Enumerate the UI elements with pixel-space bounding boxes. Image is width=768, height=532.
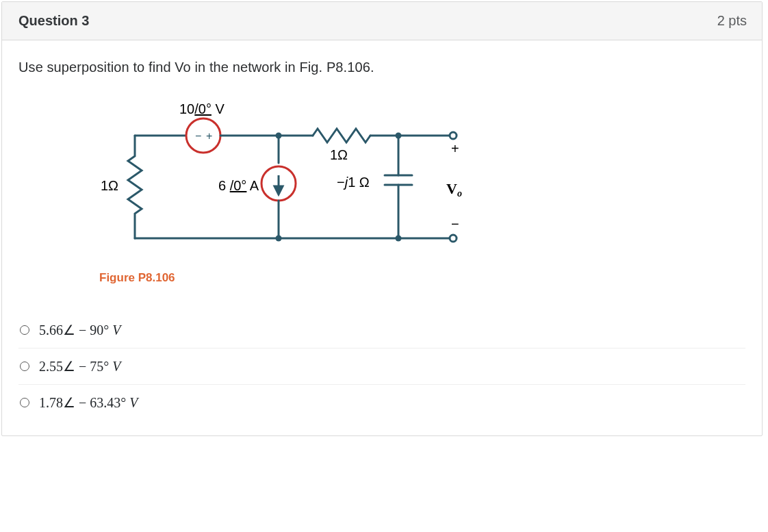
radio-icon[interactable] — [20, 398, 29, 407]
plus-terminal: + — [451, 141, 459, 156]
figure-caption: Figure P8.106 — [99, 271, 745, 285]
question-title: Question 3 — [18, 13, 89, 29]
circuit-figure: − + 10/0° V 6 /0° A 1Ω 1Ω −j1 Ω + − — [94, 88, 745, 285]
radio-icon[interactable] — [20, 362, 29, 371]
svg-point-9 — [450, 235, 457, 242]
answer-options: 5.66∠ − 90° V 2.55∠ − 75° V 1.78∠ − 63.4… — [18, 312, 745, 420]
radio-icon[interactable] — [20, 325, 29, 335]
vsrc-plus: + — [206, 130, 212, 142]
svg-point-7 — [276, 236, 282, 242]
question-prompt: Use superposition to find Vo in the netw… — [18, 60, 745, 75]
option-2[interactable]: 2.55∠ − 75° V — [18, 348, 745, 384]
question-body: Use superposition to find Vo in the netw… — [2, 40, 762, 435]
question-container: Question 3 2 pts Use superposition to fi… — [1, 1, 763, 436]
vsrc-minus: − — [195, 130, 201, 142]
question-points: 2 pts — [717, 13, 747, 29]
minus-terminal: − — [451, 216, 459, 231]
r-top-label: 1Ω — [330, 147, 348, 162]
option-3[interactable]: 1.78∠ − 63.43° V — [18, 384, 745, 420]
option-1[interactable]: 5.66∠ − 90° V — [18, 312, 745, 348]
circuit-svg: − + 10/0° V 6 /0° A 1Ω 1Ω −j1 Ω + − — [94, 88, 477, 266]
option-1-text: 5.66∠ − 90° V — [39, 322, 121, 338]
option-3-text: 1.78∠ − 63.43° V — [39, 394, 138, 411]
question-header: Question 3 2 pts — [2, 2, 762, 40]
svg-point-3 — [450, 132, 457, 139]
r-left-label: 1Ω — [101, 178, 118, 193]
svg-point-0 — [186, 118, 220, 153]
vo-label: Vo — [446, 180, 462, 199]
option-2-text: 2.55∠ − 75° V — [39, 358, 121, 375]
isrc-label: 6 /0° A — [218, 178, 259, 193]
vsrc-label: 10/0° V — [179, 101, 225, 116]
cap-label: −j1 Ω — [337, 175, 370, 190]
